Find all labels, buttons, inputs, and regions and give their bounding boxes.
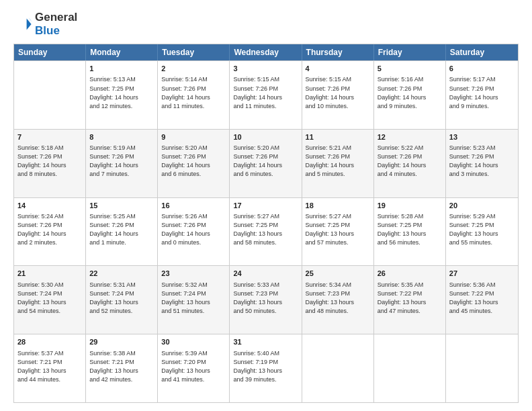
- header-cell-tuesday: Tuesday: [158, 44, 230, 60]
- day-number: 19: [378, 201, 442, 211]
- day-number: 7: [17, 132, 82, 142]
- day-number: 17: [233, 201, 298, 211]
- calendar-row-1: 7Sunrise: 5:18 AMSunset: 7:26 PMDaylight…: [14, 129, 518, 197]
- day-number: 20: [449, 201, 515, 211]
- cell-info: Sunrise: 5:13 AMSunset: 7:25 PMDaylight:…: [89, 75, 154, 110]
- day-number: 25: [306, 269, 370, 279]
- cell-info: Sunrise: 5:20 AMSunset: 7:26 PMDaylight:…: [233, 144, 298, 179]
- cal-cell: 31Sunrise: 5:40 AMSunset: 7:19 PMDayligh…: [230, 334, 302, 402]
- cal-cell: 3Sunrise: 5:15 AMSunset: 7:26 PMDaylight…: [230, 61, 302, 129]
- cal-cell: 23Sunrise: 5:32 AMSunset: 7:24 PMDayligh…: [158, 266, 230, 334]
- cell-info: Sunrise: 5:22 AMSunset: 7:26 PMDaylight:…: [378, 144, 442, 179]
- cell-info: Sunrise: 5:19 AMSunset: 7:26 PMDaylight:…: [89, 144, 154, 179]
- page: General Blue SundayMondayTuesdayWednesda…: [0, 0, 532, 411]
- cell-info: Sunrise: 5:38 AMSunset: 7:21 PMDaylight:…: [89, 349, 154, 384]
- cell-info: Sunrise: 5:39 AMSunset: 7:20 PMDaylight:…: [161, 349, 226, 384]
- cal-cell: [374, 334, 446, 402]
- cal-cell: 5Sunrise: 5:16 AMSunset: 7:26 PMDaylight…: [374, 61, 446, 129]
- day-number: 3: [233, 64, 298, 74]
- logo: General Blue: [13, 11, 77, 37]
- cal-cell: [446, 334, 518, 402]
- cal-cell: 15Sunrise: 5:25 AMSunset: 7:26 PMDayligh…: [86, 198, 158, 266]
- cal-cell: [302, 334, 374, 402]
- day-number: 30: [161, 337, 226, 347]
- day-number: 10: [233, 132, 298, 142]
- day-number: 22: [89, 269, 154, 279]
- cal-cell: 13Sunrise: 5:23 AMSunset: 7:26 PMDayligh…: [446, 130, 518, 197]
- cell-info: Sunrise: 5:36 AMSunset: 7:22 PMDaylight:…: [449, 281, 515, 316]
- cal-cell: 14Sunrise: 5:24 AMSunset: 7:26 PMDayligh…: [14, 198, 86, 266]
- day-number: 6: [449, 64, 515, 74]
- cell-info: Sunrise: 5:25 AMSunset: 7:26 PMDaylight:…: [89, 212, 154, 247]
- header-cell-monday: Monday: [86, 44, 158, 60]
- cal-cell: [14, 61, 86, 129]
- cell-info: Sunrise: 5:17 AMSunset: 7:26 PMDaylight:…: [449, 75, 515, 110]
- cell-info: Sunrise: 5:20 AMSunset: 7:26 PMDaylight:…: [161, 144, 226, 179]
- day-number: 14: [17, 201, 82, 211]
- header-cell-thursday: Thursday: [302, 44, 374, 60]
- cell-info: Sunrise: 5:32 AMSunset: 7:24 PMDaylight:…: [161, 281, 226, 316]
- cal-cell: 21Sunrise: 5:30 AMSunset: 7:24 PMDayligh…: [14, 266, 86, 334]
- cell-info: Sunrise: 5:21 AMSunset: 7:26 PMDaylight:…: [306, 144, 370, 179]
- cal-cell: 11Sunrise: 5:21 AMSunset: 7:26 PMDayligh…: [302, 130, 374, 197]
- day-number: 4: [306, 64, 370, 74]
- logo-icon: [13, 15, 32, 34]
- cell-info: Sunrise: 5:15 AMSunset: 7:26 PMDaylight:…: [233, 75, 298, 110]
- cell-info: Sunrise: 5:30 AMSunset: 7:24 PMDaylight:…: [17, 281, 82, 316]
- calendar-header: SundayMondayTuesdayWednesdayThursdayFrid…: [14, 44, 518, 60]
- cal-cell: 2Sunrise: 5:14 AMSunset: 7:26 PMDaylight…: [158, 61, 230, 129]
- day-number: 1: [89, 64, 154, 74]
- day-number: 5: [378, 64, 442, 74]
- cal-cell: 4Sunrise: 5:15 AMSunset: 7:26 PMDaylight…: [302, 61, 374, 129]
- cell-info: Sunrise: 5:40 AMSunset: 7:19 PMDaylight:…: [233, 349, 298, 384]
- cal-cell: 24Sunrise: 5:33 AMSunset: 7:23 PMDayligh…: [230, 266, 302, 334]
- header-cell-wednesday: Wednesday: [230, 44, 302, 60]
- day-number: 23: [161, 269, 226, 279]
- day-number: 12: [378, 132, 442, 142]
- cell-info: Sunrise: 5:18 AMSunset: 7:26 PMDaylight:…: [17, 144, 82, 179]
- cell-info: Sunrise: 5:15 AMSunset: 7:26 PMDaylight:…: [306, 75, 370, 110]
- calendar-row-0: 1Sunrise: 5:13 AMSunset: 7:25 PMDaylight…: [14, 60, 518, 129]
- day-number: 15: [89, 201, 154, 211]
- cell-info: Sunrise: 5:31 AMSunset: 7:24 PMDaylight:…: [89, 281, 154, 316]
- cell-info: Sunrise: 5:14 AMSunset: 7:26 PMDaylight:…: [161, 75, 226, 110]
- cell-info: Sunrise: 5:33 AMSunset: 7:23 PMDaylight:…: [233, 281, 298, 316]
- cell-info: Sunrise: 5:27 AMSunset: 7:25 PMDaylight:…: [306, 212, 370, 247]
- calendar-row-3: 21Sunrise: 5:30 AMSunset: 7:24 PMDayligh…: [14, 265, 518, 334]
- cal-cell: 18Sunrise: 5:27 AMSunset: 7:25 PMDayligh…: [302, 198, 374, 266]
- cal-cell: 7Sunrise: 5:18 AMSunset: 7:26 PMDaylight…: [14, 130, 86, 197]
- calendar: SundayMondayTuesdayWednesdayThursdayFrid…: [13, 44, 519, 403]
- day-number: 27: [449, 269, 515, 279]
- day-number: 24: [233, 269, 298, 279]
- day-number: 13: [449, 132, 515, 142]
- day-number: 2: [161, 64, 226, 74]
- cal-cell: 20Sunrise: 5:29 AMSunset: 7:25 PMDayligh…: [446, 198, 518, 266]
- calendar-body: 1Sunrise: 5:13 AMSunset: 7:25 PMDaylight…: [14, 60, 518, 402]
- day-number: 26: [378, 269, 442, 279]
- cal-cell: 29Sunrise: 5:38 AMSunset: 7:21 PMDayligh…: [86, 334, 158, 402]
- cal-cell: 8Sunrise: 5:19 AMSunset: 7:26 PMDaylight…: [86, 130, 158, 197]
- cell-info: Sunrise: 5:37 AMSunset: 7:21 PMDaylight:…: [17, 349, 82, 384]
- cal-cell: 1Sunrise: 5:13 AMSunset: 7:25 PMDaylight…: [86, 61, 158, 129]
- cell-info: Sunrise: 5:24 AMSunset: 7:26 PMDaylight:…: [17, 212, 82, 247]
- cal-cell: 22Sunrise: 5:31 AMSunset: 7:24 PMDayligh…: [86, 266, 158, 334]
- cell-info: Sunrise: 5:34 AMSunset: 7:23 PMDaylight:…: [306, 281, 370, 316]
- calendar-row-4: 28Sunrise: 5:37 AMSunset: 7:21 PMDayligh…: [14, 334, 518, 402]
- cal-cell: 26Sunrise: 5:35 AMSunset: 7:22 PMDayligh…: [374, 266, 446, 334]
- day-number: 8: [89, 132, 154, 142]
- day-number: 31: [233, 337, 298, 347]
- cal-cell: 17Sunrise: 5:27 AMSunset: 7:25 PMDayligh…: [230, 198, 302, 266]
- day-number: 21: [17, 269, 82, 279]
- cell-info: Sunrise: 5:27 AMSunset: 7:25 PMDaylight:…: [233, 212, 298, 247]
- cal-cell: 25Sunrise: 5:34 AMSunset: 7:23 PMDayligh…: [302, 266, 374, 334]
- day-number: 29: [89, 337, 154, 347]
- cell-info: Sunrise: 5:23 AMSunset: 7:26 PMDaylight:…: [449, 144, 515, 179]
- cell-info: Sunrise: 5:26 AMSunset: 7:26 PMDaylight:…: [161, 212, 226, 247]
- header-cell-friday: Friday: [374, 44, 446, 60]
- cal-cell: 27Sunrise: 5:36 AMSunset: 7:22 PMDayligh…: [446, 266, 518, 334]
- cal-cell: 10Sunrise: 5:20 AMSunset: 7:26 PMDayligh…: [230, 130, 302, 197]
- cell-info: Sunrise: 5:35 AMSunset: 7:22 PMDaylight:…: [378, 281, 442, 316]
- day-number: 11: [306, 132, 370, 142]
- day-number: 16: [161, 201, 226, 211]
- day-number: 9: [161, 132, 226, 142]
